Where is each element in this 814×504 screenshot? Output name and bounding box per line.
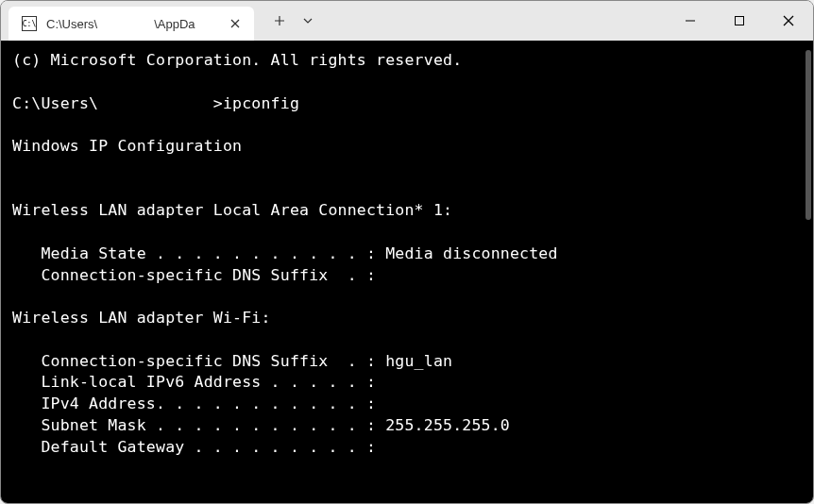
window-controls [666, 1, 813, 41]
chevron-down-icon [301, 14, 314, 27]
new-tab-button[interactable] [265, 7, 294, 35]
close-icon [230, 19, 240, 28]
tab-close-button[interactable] [226, 14, 245, 33]
tab-toolbar [265, 1, 322, 41]
terminal-icon-text: C:\ [23, 20, 36, 28]
terminal-output[interactable]: (c) Microsoft Corporation. All rights re… [1, 41, 813, 503]
maximize-button[interactable] [715, 1, 764, 41]
close-window-button[interactable] [764, 1, 813, 41]
minimize-icon [685, 15, 696, 26]
terminal-text: (c) Microsoft Corporation. All rights re… [12, 51, 558, 456]
titlebar-left: C:\ C:\Users\\AppDa [1, 1, 322, 41]
scrollbar[interactable] [806, 50, 811, 220]
titlebar: C:\ C:\Users\\AppDa [1, 1, 813, 41]
svg-rect-5 [736, 17, 744, 25]
tab-dropdown-button[interactable] [294, 7, 322, 35]
maximize-icon [734, 15, 745, 26]
tab-active[interactable]: C:\ C:\Users\\AppDa [8, 7, 254, 41]
tab-title: C:\Users\\AppDa [46, 17, 218, 31]
terminal-icon: C:\ [22, 16, 37, 31]
close-icon [783, 15, 794, 26]
plus-icon [273, 14, 286, 27]
minimize-button[interactable] [666, 1, 715, 41]
